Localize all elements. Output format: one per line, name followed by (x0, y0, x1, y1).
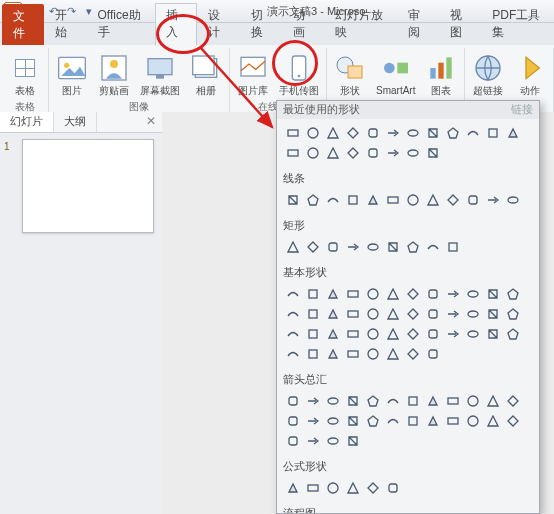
shape-item[interactable] (363, 324, 383, 344)
shape-item[interactable] (483, 324, 503, 344)
shape-item[interactable] (443, 123, 463, 143)
shape-item[interactable] (463, 123, 483, 143)
shape-item[interactable] (303, 304, 323, 324)
shape-item[interactable] (323, 411, 343, 431)
shape-item[interactable] (443, 324, 463, 344)
shape-item[interactable] (483, 391, 503, 411)
shape-item[interactable] (323, 143, 343, 163)
shape-item[interactable] (383, 411, 403, 431)
shape-item[interactable] (363, 190, 383, 210)
shape-item[interactable] (343, 237, 363, 257)
shape-item[interactable] (363, 143, 383, 163)
shape-item[interactable] (383, 190, 403, 210)
pane-tab-outline[interactable]: 大纲 (54, 112, 97, 132)
shape-item[interactable] (283, 391, 303, 411)
shape-item[interactable] (443, 391, 463, 411)
shape-item[interactable] (483, 190, 503, 210)
shape-item[interactable] (303, 284, 323, 304)
shape-item[interactable] (383, 344, 403, 364)
shape-item[interactable] (283, 344, 303, 364)
shape-item[interactable] (443, 284, 463, 304)
shape-item[interactable] (503, 190, 523, 210)
shape-item[interactable] (423, 391, 443, 411)
shape-item[interactable] (343, 324, 363, 344)
shape-item[interactable] (483, 123, 503, 143)
shape-item[interactable] (443, 190, 463, 210)
shape-item[interactable] (403, 123, 423, 143)
gallery-button[interactable]: 图片库 (234, 50, 272, 98)
shape-item[interactable] (383, 304, 403, 324)
shape-item[interactable] (443, 304, 463, 324)
chart-button[interactable]: 图表 (422, 50, 460, 98)
shape-item[interactable] (503, 411, 523, 431)
tab-file[interactable]: 文件 (2, 4, 44, 45)
screenshot-button[interactable]: 屏幕截图 (137, 50, 183, 98)
shape-item[interactable] (443, 237, 463, 257)
shape-item[interactable] (403, 304, 423, 324)
shape-item[interactable] (463, 284, 483, 304)
shape-item[interactable] (483, 304, 503, 324)
shape-item[interactable] (283, 237, 303, 257)
shape-item[interactable] (463, 411, 483, 431)
album-button[interactable]: 相册 (187, 50, 225, 98)
shape-item[interactable] (343, 478, 363, 498)
shape-item[interactable] (323, 344, 343, 364)
shape-item[interactable] (283, 304, 303, 324)
shape-item[interactable] (303, 237, 323, 257)
shape-item[interactable] (423, 143, 443, 163)
shape-item[interactable] (323, 284, 343, 304)
shape-item[interactable] (303, 478, 323, 498)
shape-item[interactable] (483, 411, 503, 431)
shape-item[interactable] (443, 411, 463, 431)
shape-item[interactable] (383, 284, 403, 304)
shape-item[interactable] (363, 344, 383, 364)
shape-item[interactable] (383, 391, 403, 411)
shape-item[interactable] (363, 237, 383, 257)
shape-item[interactable] (463, 190, 483, 210)
shape-item[interactable] (363, 391, 383, 411)
tab-view[interactable]: 视图 (439, 3, 481, 45)
shape-item[interactable] (503, 304, 523, 324)
tab-insert[interactable]: 插入 (155, 3, 197, 46)
shape-item[interactable] (403, 344, 423, 364)
tab-review[interactable]: 审阅 (397, 3, 439, 45)
shape-item[interactable] (423, 304, 443, 324)
shape-item[interactable] (383, 123, 403, 143)
slide-thumbnail[interactable] (22, 139, 154, 233)
shape-item[interactable] (283, 143, 303, 163)
shape-item[interactable] (323, 478, 343, 498)
tab-office-assistant[interactable]: Office助手 (87, 3, 156, 45)
shape-item[interactable] (343, 344, 363, 364)
shape-item[interactable] (283, 411, 303, 431)
shape-item[interactable] (383, 237, 403, 257)
pane-tab-slides[interactable]: 幻灯片 (0, 112, 54, 132)
shape-item[interactable] (303, 391, 323, 411)
shape-item[interactable] (363, 411, 383, 431)
shapes-dropdown-body[interactable]: 线条矩形基本形状箭头总汇公式形状流程图星与旗帜 (277, 119, 539, 513)
shape-item[interactable] (403, 324, 423, 344)
clipart-button[interactable]: 剪贴画 (95, 50, 133, 98)
tab-transitions[interactable]: 切换 (240, 3, 282, 45)
shape-item[interactable] (503, 123, 523, 143)
shape-item[interactable] (423, 190, 443, 210)
shape-item[interactable] (503, 391, 523, 411)
shape-item[interactable] (423, 237, 443, 257)
shape-item[interactable] (343, 190, 363, 210)
shape-item[interactable] (343, 431, 363, 451)
shape-item[interactable] (283, 431, 303, 451)
shape-item[interactable] (303, 190, 323, 210)
shape-item[interactable] (423, 324, 443, 344)
shape-item[interactable] (403, 237, 423, 257)
shape-item[interactable] (423, 284, 443, 304)
tab-pdf-tools[interactable]: PDF工具集 (481, 3, 554, 45)
action-button[interactable]: 动作 (511, 50, 549, 98)
shape-item[interactable] (283, 324, 303, 344)
shape-item[interactable] (323, 123, 343, 143)
shape-item[interactable] (323, 324, 343, 344)
shape-item[interactable] (363, 284, 383, 304)
shape-item[interactable] (403, 143, 423, 163)
shape-item[interactable] (363, 123, 383, 143)
tab-design[interactable]: 设计 (197, 3, 239, 45)
shape-item[interactable] (283, 123, 303, 143)
shape-item[interactable] (323, 431, 343, 451)
